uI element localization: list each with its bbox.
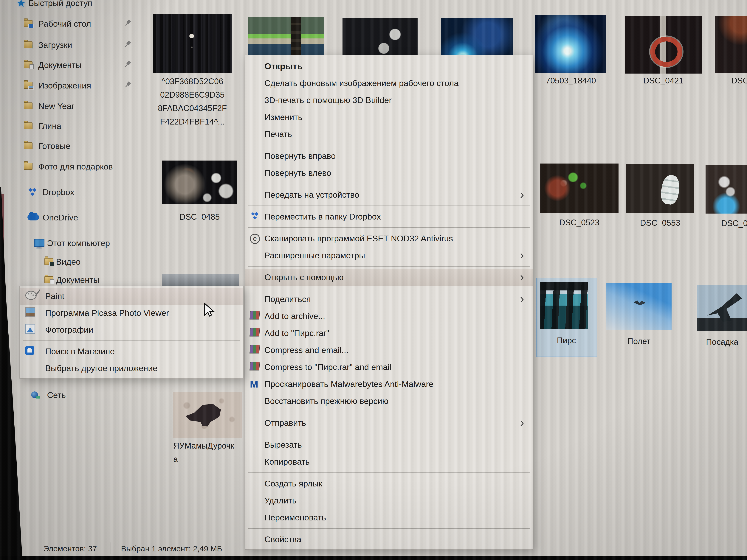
menu-item-open[interactable]: Открыть [245, 58, 533, 75]
file-thumbnail[interactable] [697, 285, 747, 331]
sidebar-item-desktop[interactable]: Рабочий стол [0, 18, 153, 30]
file-thumbnail[interactable] [535, 15, 606, 73]
sidebar-item-foto-dlya-podarkov[interactable]: Фото для подарков [0, 161, 153, 173]
file-name[interactable]: Посадка [697, 335, 747, 349]
menu-item-cast-to-device[interactable]: Передать на устройство › [245, 186, 533, 203]
submenu-item-photos[interactable]: Фотографии [20, 321, 243, 338]
sidebar-item-videos[interactable]: Видео [0, 256, 153, 268]
menu-item-edit[interactable]: Изменить [245, 109, 533, 126]
sidebar-item-gotovye[interactable]: Готовые [0, 140, 153, 152]
menu-item-open-with[interactable]: Открыть с помощью › [245, 269, 533, 286]
sidebar-item-documents-pc[interactable]: Документы [0, 274, 153, 286]
malwarebytes-icon: M [250, 378, 258, 390]
picasa-icon [25, 307, 35, 317]
menu-item-malwarebytes-scan[interactable]: M Просканировать Malwarebytes Anti-Malwa… [245, 376, 533, 393]
menu-item-properties[interactable]: Свойства [245, 531, 533, 548]
submenu-arrow-icon: › [520, 248, 524, 262]
file-thumbnail[interactable] [540, 163, 619, 213]
items-count: Элементов: 37 [43, 544, 97, 553]
sidebar-item-this-pc[interactable]: Этот компьютер [0, 237, 153, 249]
file-thumbnail[interactable] [705, 165, 747, 214]
menu-item-rotate-right[interactable]: Повернуть вправо [245, 148, 533, 164]
pin-icon [123, 40, 132, 50]
menu-item-send-to[interactable]: Отправить › [245, 415, 533, 431]
menu-item-cut[interactable]: Вырезать [245, 436, 533, 453]
menu-separator [23, 341, 240, 341]
sidebar-item-glina[interactable]: Глина [0, 120, 153, 132]
sidebar-item-network[interactable]: Сеть [0, 389, 153, 401]
menu-item-set-as-background[interactable]: Сделать фоновым изображением рабочего ст… [245, 75, 533, 92]
file-name[interactable]: DSC_0 [721, 216, 747, 230]
file-name[interactable]: ЯУМамыДурочк а [173, 439, 246, 466]
menu-item-delete[interactable]: Удалить [245, 492, 533, 509]
file-name[interactable]: DSC_0485 [162, 210, 237, 223]
file-name[interactable]: DSC_0523 [536, 216, 622, 229]
menu-item-move-to-dropbox[interactable]: Переместить в папку Dropbox [245, 208, 533, 225]
menu-item-add-to-archive[interactable]: Add to archive... [245, 308, 533, 325]
file-thumbnail[interactable] [153, 14, 232, 73]
sidebar-item-quick-access[interactable]: ★ Быстрый доступ [0, 0, 153, 9]
paint-icon [25, 291, 36, 300]
menu-separator [248, 288, 530, 288]
menu-item-3d-print[interactable]: 3D-печать с помощью 3D Builder [245, 92, 533, 109]
menu-separator [248, 434, 530, 434]
quick-access-star-icon: ★ [17, 0, 26, 9]
file-thumbnail[interactable] [162, 274, 239, 286]
file-name[interactable]: ^03F368D52C06 02D988E6C9D35 8FABAC04345F… [144, 75, 241, 128]
menu-item-copy[interactable]: Копировать [245, 453, 533, 470]
file-thumbnail[interactable] [162, 161, 237, 204]
file-name[interactable]: 70503_18440 [535, 74, 607, 87]
winrar-icon [250, 311, 260, 319]
open-with-submenu: Paint Программа Picasa Photo Viewer Фото… [20, 286, 243, 378]
file-name[interactable]: DSC_0421 [625, 74, 702, 87]
file-name[interactable]: DSC_0553 [623, 216, 698, 230]
downloads-folder-icon: ↓ [24, 42, 32, 48]
status-divider [110, 542, 111, 554]
sidebar-item-downloads[interactable]: ↓ Загрузки [0, 39, 153, 51]
menu-separator [248, 266, 530, 267]
file-thumbnail[interactable] [715, 16, 747, 73]
explorer-window: ^03F368D52C06 02D988E6C9D35 8FABAC04345F… [0, 0, 747, 560]
file-thumbnail[interactable] [173, 392, 242, 438]
file-name[interactable]: DSC [731, 74, 747, 87]
context-menu: Открыть Сделать фоновым изображением раб… [244, 55, 533, 550]
menu-item-eset-scan[interactable]: e Сканировать программой ESET NOD32 Anti… [245, 230, 533, 247]
sidebar-item-new-year[interactable]: New Year [0, 100, 153, 112]
file-name[interactable]: Полет [606, 335, 672, 348]
menu-item-advanced-options[interactable]: Расширенные параметры › [245, 247, 533, 264]
mouse-cursor [201, 302, 217, 318]
sidebar-item-documents[interactable]: Документы [0, 59, 153, 71]
folder-icon [24, 163, 32, 170]
sidebar-item-onedrive[interactable]: OneDrive [0, 212, 153, 224]
menu-item-create-shortcut[interactable]: Создать ярлык [245, 475, 533, 492]
pin-icon [123, 80, 132, 90]
selection-info: Выбран 1 элемент: 2,49 МБ [121, 544, 222, 553]
file-thumbnail[interactable] [626, 164, 694, 213]
menu-item-compress-to-rar-and-email[interactable]: Compress to "Пирс.rar" and email [245, 358, 533, 376]
dropbox-icon [251, 212, 259, 219]
file-name[interactable]: Пирс [536, 334, 596, 347]
sidebar-item-pictures[interactable]: Изображения [0, 80, 153, 92]
winrar-icon [250, 345, 260, 353]
folder-icon [24, 142, 32, 149]
network-icon [31, 391, 40, 399]
videos-folder-icon [45, 258, 53, 265]
submenu-item-search-store[interactable]: Поиск в Магазине [20, 343, 243, 360]
dropbox-icon [27, 188, 37, 196]
folder-icon [24, 103, 32, 109]
screen-bezel [0, 556, 747, 560]
submenu-item-choose-another-app[interactable]: Выбрать другое приложение [20, 360, 243, 377]
desktop-folder-icon [24, 20, 32, 27]
menu-item-print[interactable]: Печать [245, 126, 533, 142]
menu-item-rename[interactable]: Переименовать [245, 509, 533, 526]
file-thumbnail[interactable] [540, 282, 588, 329]
menu-item-add-to-rar[interactable]: Add to "Пирс.rar" [245, 325, 533, 342]
file-thumbnail[interactable] [625, 16, 702, 74]
file-thumbnail[interactable] [606, 283, 672, 330]
menu-item-share[interactable]: Поделиться › [245, 291, 533, 308]
menu-item-rotate-left[interactable]: Повернуть влево [245, 164, 533, 182]
menu-item-compress-and-email[interactable]: Compress and email... [245, 342, 533, 358]
menu-item-restore-previous-version[interactable]: Восстановить прежнюю версию [245, 393, 533, 409]
sidebar-item-dropbox[interactable]: Dropbox [0, 186, 153, 198]
photos-app-icon [25, 324, 35, 334]
